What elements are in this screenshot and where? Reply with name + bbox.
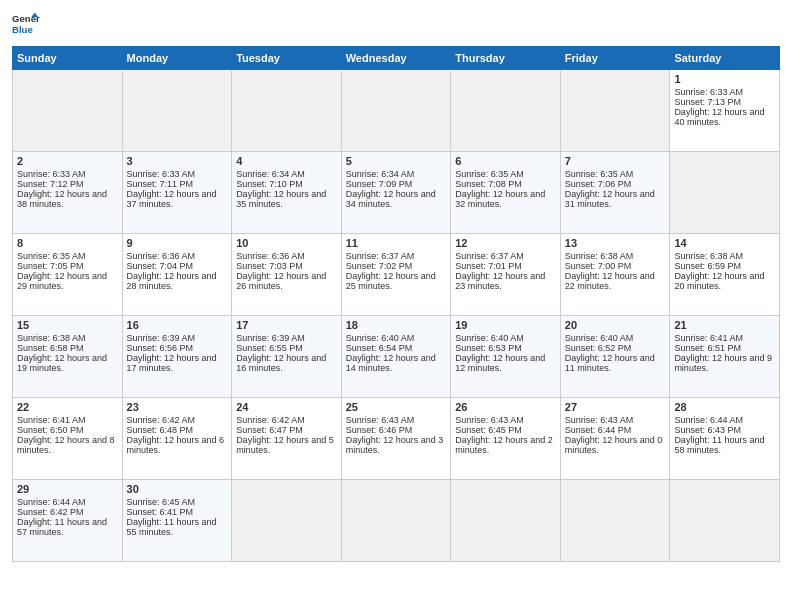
header: General Blue bbox=[12, 10, 780, 38]
calendar-row: 2Sunrise: 6:33 AMSunset: 7:12 PMDaylight… bbox=[13, 152, 780, 234]
calendar-cell: 4Sunrise: 6:34 AMSunset: 7:10 PMDaylight… bbox=[232, 152, 342, 234]
calendar-cell: 17Sunrise: 6:39 AMSunset: 6:55 PMDayligh… bbox=[232, 316, 342, 398]
calendar-cell: 5Sunrise: 6:34 AMSunset: 7:09 PMDaylight… bbox=[341, 152, 451, 234]
calendar-cell: 3Sunrise: 6:33 AMSunset: 7:11 PMDaylight… bbox=[122, 152, 232, 234]
calendar-cell: 6Sunrise: 6:35 AMSunset: 7:08 PMDaylight… bbox=[451, 152, 561, 234]
day-header-tuesday: Tuesday bbox=[232, 47, 342, 70]
calendar-cell bbox=[560, 480, 670, 562]
calendar-cell bbox=[341, 480, 451, 562]
logo-icon: General Blue bbox=[12, 10, 40, 38]
svg-text:Blue: Blue bbox=[12, 24, 33, 35]
calendar-cell: 10Sunrise: 6:36 AMSunset: 7:03 PMDayligh… bbox=[232, 234, 342, 316]
calendar-cell: 7Sunrise: 6:35 AMSunset: 7:06 PMDaylight… bbox=[560, 152, 670, 234]
day-header-wednesday: Wednesday bbox=[341, 47, 451, 70]
calendar-cell: 20Sunrise: 6:40 AMSunset: 6:52 PMDayligh… bbox=[560, 316, 670, 398]
empty-cell bbox=[232, 70, 342, 152]
day-header-thursday: Thursday bbox=[451, 47, 561, 70]
empty-cell bbox=[13, 70, 123, 152]
calendar-cell: 12Sunrise: 6:37 AMSunset: 7:01 PMDayligh… bbox=[451, 234, 561, 316]
calendar-table: SundayMondayTuesdayWednesdayThursdayFrid… bbox=[12, 46, 780, 562]
empty-cell bbox=[451, 70, 561, 152]
logo: General Blue bbox=[12, 10, 40, 38]
calendar-cell bbox=[232, 480, 342, 562]
day-header-saturday: Saturday bbox=[670, 47, 780, 70]
calendar-cell: 14Sunrise: 6:38 AMSunset: 6:59 PMDayligh… bbox=[670, 234, 780, 316]
calendar-row: 22Sunrise: 6:41 AMSunset: 6:50 PMDayligh… bbox=[13, 398, 780, 480]
empty-cell bbox=[560, 70, 670, 152]
calendar-cell bbox=[670, 152, 780, 234]
calendar-cell bbox=[670, 480, 780, 562]
calendar-cell: 26Sunrise: 6:43 AMSunset: 6:45 PMDayligh… bbox=[451, 398, 561, 480]
calendar-cell: 24Sunrise: 6:42 AMSunset: 6:47 PMDayligh… bbox=[232, 398, 342, 480]
empty-cell bbox=[341, 70, 451, 152]
calendar-cell: 9Sunrise: 6:36 AMSunset: 7:04 PMDaylight… bbox=[122, 234, 232, 316]
calendar-cell: 8Sunrise: 6:35 AMSunset: 7:05 PMDaylight… bbox=[13, 234, 123, 316]
calendar-cell: 29Sunrise: 6:44 AMSunset: 6:42 PMDayligh… bbox=[13, 480, 123, 562]
day-header-monday: Monday bbox=[122, 47, 232, 70]
calendar-cell: 19Sunrise: 6:40 AMSunset: 6:53 PMDayligh… bbox=[451, 316, 561, 398]
calendar-cell: 28Sunrise: 6:44 AMSunset: 6:43 PMDayligh… bbox=[670, 398, 780, 480]
calendar-cell: 27Sunrise: 6:43 AMSunset: 6:44 PMDayligh… bbox=[560, 398, 670, 480]
calendar-row: 8Sunrise: 6:35 AMSunset: 7:05 PMDaylight… bbox=[13, 234, 780, 316]
empty-cell bbox=[122, 70, 232, 152]
calendar-cell: 30Sunrise: 6:45 AMSunset: 6:41 PMDayligh… bbox=[122, 480, 232, 562]
calendar-cell: 2Sunrise: 6:33 AMSunset: 7:12 PMDaylight… bbox=[13, 152, 123, 234]
calendar-cell: 22Sunrise: 6:41 AMSunset: 6:50 PMDayligh… bbox=[13, 398, 123, 480]
calendar-cell: 21Sunrise: 6:41 AMSunset: 6:51 PMDayligh… bbox=[670, 316, 780, 398]
calendar-cell bbox=[451, 480, 561, 562]
calendar-cell: 18Sunrise: 6:40 AMSunset: 6:54 PMDayligh… bbox=[341, 316, 451, 398]
calendar-cell: 15Sunrise: 6:38 AMSunset: 6:58 PMDayligh… bbox=[13, 316, 123, 398]
calendar-cell: 11Sunrise: 6:37 AMSunset: 7:02 PMDayligh… bbox=[341, 234, 451, 316]
calendar-container: General Blue SundayMondayTuesdayWednesda… bbox=[0, 0, 792, 572]
calendar-row: 29Sunrise: 6:44 AMSunset: 6:42 PMDayligh… bbox=[13, 480, 780, 562]
day-header-friday: Friday bbox=[560, 47, 670, 70]
calendar-cell: 25Sunrise: 6:43 AMSunset: 6:46 PMDayligh… bbox=[341, 398, 451, 480]
calendar-cell: 23Sunrise: 6:42 AMSunset: 6:48 PMDayligh… bbox=[122, 398, 232, 480]
day-header-sunday: Sunday bbox=[13, 47, 123, 70]
calendar-cell: 1Sunrise: 6:33 AMSunset: 7:13 PMDaylight… bbox=[670, 70, 780, 152]
days-header-row: SundayMondayTuesdayWednesdayThursdayFrid… bbox=[13, 47, 780, 70]
calendar-row: 1Sunrise: 6:33 AMSunset: 7:13 PMDaylight… bbox=[13, 70, 780, 152]
calendar-cell: 16Sunrise: 6:39 AMSunset: 6:56 PMDayligh… bbox=[122, 316, 232, 398]
calendar-row: 15Sunrise: 6:38 AMSunset: 6:58 PMDayligh… bbox=[13, 316, 780, 398]
calendar-cell: 13Sunrise: 6:38 AMSunset: 7:00 PMDayligh… bbox=[560, 234, 670, 316]
